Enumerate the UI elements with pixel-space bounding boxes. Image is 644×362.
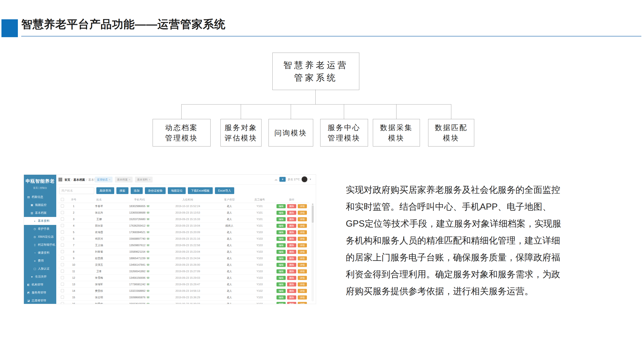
action-button-详情[interactable]: 详情 — [298, 224, 307, 228]
row-checkbox[interactable] — [61, 263, 64, 266]
sidebar-item-基本档案[interactable]: ▥基本档案 — [24, 209, 56, 217]
action-button-删除[interactable]: 删除 — [287, 302, 296, 304]
action-button-删除[interactable]: 删除 — [287, 269, 296, 273]
row-checkbox[interactable] — [61, 237, 64, 240]
action-button-删除[interactable]: 删除 — [287, 237, 296, 241]
row-checkbox[interactable] — [61, 217, 64, 221]
phone-icon[interactable]: ☎ — [146, 244, 150, 247]
close-icon[interactable]: × — [149, 178, 150, 181]
action-button-删除[interactable]: 删除 — [287, 217, 296, 221]
action-button-删除[interactable]: 删除 — [287, 276, 296, 280]
action-button-详情[interactable]: 详情 — [298, 204, 307, 208]
action-button-详情[interactable]: 详情 — [298, 256, 307, 260]
action-button-编辑[interactable]: 编辑 — [276, 282, 286, 287]
action-button-删除[interactable]: 删除 — [287, 230, 296, 234]
sidebar-item-基本资料[interactable]: ▪基本资料 — [24, 217, 56, 225]
phone-icon[interactable]: ☎ — [146, 289, 150, 292]
action-button-编辑[interactable]: 编辑 — [276, 204, 286, 208]
action-button-编辑[interactable]: 编辑 — [276, 302, 286, 304]
action-button-删除[interactable]: 删除 — [287, 224, 296, 228]
phone-icon[interactable]: ☎ — [146, 237, 150, 240]
phone-icon[interactable]: ☎ — [146, 296, 150, 299]
action-button-删除[interactable]: 删除 — [287, 289, 296, 293]
toolbar-button-地图定位[interactable]: 地图定位 — [168, 187, 186, 194]
sidebar-item-费用[interactable]: ¤费用 — [24, 257, 56, 265]
action-button-删除[interactable]: 删除 — [287, 250, 296, 254]
close-icon[interactable]: × — [109, 178, 110, 181]
action-button-详情[interactable]: 详情 — [298, 276, 307, 280]
action-button-详情[interactable]: 详情 — [298, 237, 307, 241]
action-button-删除[interactable]: 删除 — [287, 211, 296, 215]
action-button-编辑[interactable]: 编辑 — [276, 289, 286, 293]
tab-基本资料[interactable]: 基本资料× — [135, 177, 152, 182]
search-input[interactable] — [59, 187, 94, 194]
action-button-删除[interactable]: 删除 — [287, 295, 296, 300]
action-button-删除[interactable]: 删除 — [287, 263, 296, 267]
breadcrumb-item[interactable]: 基本档案 — [74, 178, 85, 181]
row-checkbox[interactable] — [61, 204, 64, 208]
sidebar-item-机构管理[interactable]: ◧机构管理 — [24, 281, 56, 289]
action-button-编辑[interactable]: 编辑 — [276, 276, 286, 280]
toolbar-button-添加[interactable]: 添加 — [131, 187, 143, 194]
toolbar-button-Excel导入[interactable]: Excel导入 — [215, 187, 234, 194]
phone-icon[interactable]: ☎ — [146, 263, 150, 266]
phone-icon[interactable]: ☎ — [146, 211, 150, 214]
scroll-up-icon[interactable]: ▲ — [312, 203, 314, 205]
action-button-详情[interactable]: 详情 — [298, 302, 307, 304]
toolbar-button-搜索[interactable]: 搜索 — [116, 187, 128, 194]
action-button-编辑[interactable]: 编辑 — [276, 250, 286, 254]
row-checkbox[interactable] — [61, 302, 64, 304]
row-checkbox[interactable] — [61, 211, 64, 214]
phone-icon[interactable]: ☎ — [146, 205, 150, 208]
tab-基本档案[interactable]: 基本档案× — [115, 177, 132, 182]
avatar[interactable] — [302, 176, 308, 182]
tab-监管状态[interactable]: 监管状态× — [95, 177, 112, 182]
row-checkbox[interactable] — [61, 289, 64, 292]
action-button-详情[interactable]: 详情 — [298, 217, 307, 221]
row-checkbox[interactable] — [61, 224, 64, 227]
row-checkbox[interactable] — [61, 257, 64, 260]
action-button-编辑[interactable]: 编辑 — [276, 243, 286, 247]
action-button-详情[interactable]: 详情 — [298, 230, 307, 234]
action-button-详情[interactable]: 详情 — [298, 295, 307, 300]
row-checkbox[interactable] — [61, 231, 64, 234]
action-button-编辑[interactable]: 编辑 — [276, 263, 286, 267]
table-scrollbar[interactable]: ▲ — [312, 203, 314, 302]
sidebar-item-志愿者管理[interactable]: ◪志愿者管理 — [24, 297, 56, 304]
sidebar-item-档案信息[interactable]: ▤档案信息 — [24, 193, 56, 201]
action-button-详情[interactable]: 详情 — [298, 269, 307, 273]
sidebar-item-柯迈智能手机[interactable]: ▯柯迈智能手机 — [24, 241, 56, 249]
action-button-详情[interactable]: 详情 — [298, 263, 307, 267]
action-button-编辑[interactable]: 编辑 — [276, 256, 286, 260]
breadcrumb-item[interactable]: 首页 — [64, 178, 70, 181]
action-button-删除[interactable]: 删除 — [287, 204, 296, 208]
sidebar-item-生活关怀[interactable]: ♥生活关怀 — [24, 273, 56, 281]
phone-icon[interactable]: ☎ — [146, 276, 150, 279]
action-button-详情[interactable]: 详情 — [298, 243, 307, 247]
action-button-编辑[interactable]: 编辑 — [276, 269, 286, 273]
menu-toggle-icon[interactable] — [59, 178, 62, 181]
close-icon[interactable]: × — [129, 178, 130, 181]
phone-icon[interactable]: ☎ — [146, 250, 150, 253]
action-button-详情[interactable]: 详情 — [298, 282, 307, 287]
action-button-删除[interactable]: 删除 — [287, 243, 296, 247]
toolbar-button-身份证校验[interactable]: 身份证校验 — [145, 187, 166, 194]
scrollbar-thumb[interactable] — [312, 205, 314, 223]
phone-icon[interactable]: ☎ — [146, 302, 150, 304]
chevron-down-icon[interactable]: ▼ — [309, 178, 312, 181]
sidebar-item-服务商管理[interactable]: ◩服务商管理 — [24, 289, 56, 297]
sidebar-item-视频监控[interactable]: ▣视频监控 — [24, 201, 56, 209]
row-checkbox[interactable] — [61, 270, 64, 273]
phone-icon[interactable]: ☎ — [146, 270, 150, 273]
action-button-编辑[interactable]: 编辑 — [276, 295, 286, 300]
phone-icon[interactable]: ☎ — [146, 224, 150, 227]
phone-icon[interactable]: ☎ — [146, 257, 150, 260]
row-checkbox[interactable] — [61, 296, 64, 299]
action-button-编辑[interactable]: 编辑 — [276, 217, 286, 221]
select-all-checkbox[interactable] — [61, 198, 64, 201]
action-button-删除[interactable]: 删除 — [287, 256, 296, 260]
phone-icon[interactable]: ☎ — [146, 231, 150, 234]
phone-icon[interactable]: ☎ — [146, 218, 150, 221]
action-button-详情[interactable]: 详情 — [298, 211, 307, 215]
sidebar-item-看护手表[interactable]: ◷看护手表 — [24, 225, 56, 233]
